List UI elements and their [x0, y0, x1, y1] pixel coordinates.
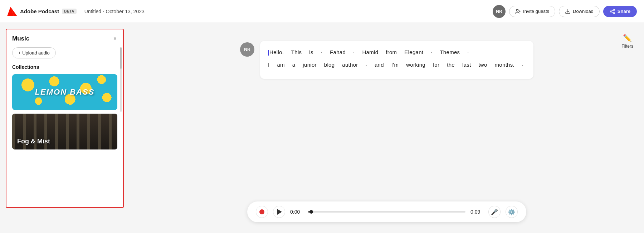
music-panel-close-button[interactable]: ×: [113, 35, 117, 42]
svg-line-10: [612, 10, 614, 11]
settings-gear-icon: ⚙️: [508, 209, 515, 215]
music-panel-header: Music ×: [12, 35, 117, 42]
playback-time-start: 0:00: [290, 209, 303, 215]
play-button[interactable]: [273, 206, 285, 218]
progress-thumb: [309, 210, 313, 214]
invite-guests-button[interactable]: Invite guests: [509, 6, 555, 17]
filters-icon: ✏️: [623, 34, 632, 42]
app-logo: Adobe Podcast BETA: [7, 6, 77, 16]
content-area: ✏️ Filters NR Hello. This is · Fahad · H…: [130, 23, 644, 233]
document-title: Untitled - October 13, 2023: [84, 9, 145, 14]
download-label: Download: [573, 9, 594, 14]
playback-time-end: 0:09: [470, 209, 483, 215]
transcript-line-2: I am a junior blog author · and I'm work…: [268, 60, 526, 70]
upload-audio-label: + Upload audio: [18, 50, 50, 56]
adobe-logo-icon: [7, 6, 17, 16]
download-button[interactable]: Download: [559, 6, 600, 17]
download-icon: [565, 9, 571, 14]
main-content: Music × + Upload audio Collections LEMON…: [0, 23, 644, 233]
user-avatar-button[interactable]: NR: [493, 5, 506, 18]
app-name-label: Adobe Podcast: [20, 8, 59, 14]
collection-card-lemon-bass[interactable]: LEMON BASS: [12, 74, 117, 110]
person-add-icon: [515, 9, 521, 14]
playback-bar: 0:00 0:09 🎤 ⚙️: [247, 201, 526, 222]
play-triangle-icon: [277, 209, 282, 215]
transcript-bubble: Hello. This is · Fahad · Hamid from Eleg…: [260, 41, 533, 79]
panel-scrollbar-thumb: [120, 47, 122, 69]
filters-label: Filters: [621, 44, 633, 49]
fog-mist-title: Fog & Mist: [17, 138, 50, 145]
beta-badge: BETA: [62, 9, 76, 14]
share-icon: [610, 9, 615, 14]
microphone-icon: 🎤: [491, 209, 498, 215]
lemon-bass-title: LEMON BASS: [35, 87, 95, 97]
svg-point-8: [613, 12, 615, 14]
record-button[interactable]: [256, 206, 268, 218]
music-panel-title: Music: [12, 35, 29, 42]
invite-label: Invite guests: [523, 9, 549, 14]
svg-point-6: [613, 9, 615, 10]
app-header: Adobe Podcast BETA Untitled - October 13…: [0, 0, 644, 23]
record-dot-icon: [259, 209, 264, 214]
collections-label: Collections: [12, 64, 117, 70]
svg-line-9: [612, 12, 614, 13]
header-actions: NR Invite guests Download: [493, 5, 637, 18]
fog-mist-background: Fog & Mist: [12, 114, 117, 149]
transcript-cursor: [268, 50, 269, 56]
transcript-line-1: Hello. This is · Fahad · Hamid from Eleg…: [268, 47, 526, 57]
collection-card-fog-mist[interactable]: Fog & Mist: [12, 114, 117, 149]
transcript-container: NR Hello. This is · Fahad · Hamid from E…: [240, 41, 533, 79]
music-panel: Music × + Upload audio Collections LEMON…: [6, 29, 124, 208]
share-label: Share: [618, 9, 630, 14]
svg-point-7: [610, 11, 612, 12]
upload-audio-button[interactable]: + Upload audio: [12, 47, 56, 58]
microphone-button[interactable]: 🎤: [488, 206, 501, 218]
panel-scrollbar[interactable]: [120, 47, 122, 112]
svg-point-2: [516, 9, 518, 11]
settings-button[interactable]: ⚙️: [506, 206, 518, 218]
filters-button[interactable]: ✏️ Filters: [621, 34, 633, 49]
lemon-bass-background: LEMON BASS: [12, 74, 117, 110]
share-button[interactable]: Share: [603, 6, 637, 17]
speaker-avatar: NR: [240, 42, 254, 57]
progress-track[interactable]: [308, 211, 465, 213]
